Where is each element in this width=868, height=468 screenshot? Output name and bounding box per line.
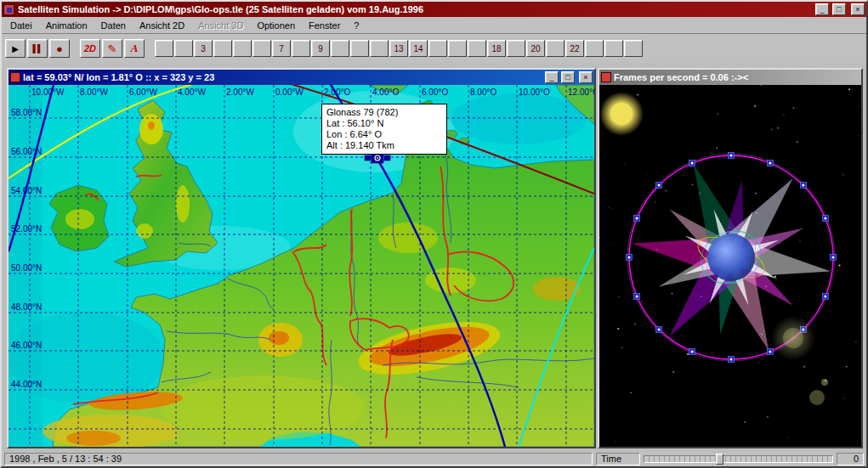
satellite-button-row: 3791314182022 <box>155 40 643 57</box>
simulation-datetime: 1998 , Feb , 5 / 13 : 54 : 39 <box>4 453 593 465</box>
svg-text:8.00°W: 8.00°W <box>80 87 108 97</box>
draw-tool-button[interactable]: ✎ <box>102 39 122 58</box>
satellite-button-3[interactable]: 3 <box>194 40 213 57</box>
satellite-button-7[interactable]: 7 <box>272 40 291 57</box>
satellite-button-12[interactable] <box>370 40 389 57</box>
svg-text:2.00°W: 2.00°W <box>226 87 254 97</box>
view-2d-button[interactable]: 2D <box>80 39 100 58</box>
svg-text:10.00°W: 10.00°W <box>31 87 65 97</box>
view-3d-window-icon <box>601 72 611 82</box>
svg-text:4.00°W: 4.00°W <box>178 87 206 97</box>
satellite-button-13[interactable]: 13 <box>389 40 408 57</box>
window-title: Satelliten Simulation -> D:\DIPLOM\gps\G… <box>18 4 812 14</box>
satellite-button-6[interactable] <box>252 40 271 57</box>
satellite-button-9[interactable]: 9 <box>311 40 330 57</box>
map-window-title: lat = 59.03° N/ lon = 1.81° O :: x = 323… <box>23 72 542 82</box>
view-3d-window-title: Frames per second = 0.06 :->< <box>614 72 859 82</box>
satellite-button-2[interactable] <box>174 40 193 57</box>
map-window-titlebar: lat = 59.03° N/ lon = 1.81° O :: x = 323… <box>9 70 594 85</box>
play-button[interactable]: ▶ <box>5 39 26 58</box>
menu-fenster[interactable]: Fenster <box>302 18 347 33</box>
mdi-client-area: lat = 59.03° N/ lon = 1.81° O :: x = 323… <box>2 63 866 452</box>
pause-button[interactable]: ▌▌ <box>27 39 48 58</box>
satellite-button-14[interactable]: 14 <box>409 40 428 57</box>
menu-animation[interactable]: Animation <box>39 18 94 33</box>
tooltip-latitude: Lat : 56.10° N <box>326 118 442 129</box>
svg-text:58.00°N: 58.00°N <box>11 108 42 117</box>
map-maximize-button[interactable]: □ <box>561 71 575 83</box>
menu-daten[interactable]: Daten <box>94 18 133 33</box>
close-button[interactable]: × <box>851 3 865 15</box>
satellite-button-24[interactable] <box>604 40 623 57</box>
satellite-button-1[interactable] <box>155 40 173 57</box>
satellite-button-16[interactable] <box>448 40 467 57</box>
tooltip-altitude: Alt : 19.140 Tkm <box>326 140 442 151</box>
menu-ansicht-3d: Ansicht 3D <box>191 18 250 33</box>
status-bar: 1998 , Feb , 5 / 13 : 54 : 39 Time 0 <box>2 452 866 466</box>
menu-?[interactable]: ? <box>347 18 366 33</box>
menu-bar: DateiAnimationDatenAnsicht 2DAnsicht 3DO… <box>2 17 866 34</box>
map-2d-view[interactable]: 10.00°W8.00°W6.00°W4.00°W2.00°W0.00°W2.0… <box>9 85 594 447</box>
map-2d-window: lat = 59.03° N/ lon = 1.81° O :: x = 323… <box>7 68 596 448</box>
satellite-button-18[interactable]: 18 <box>487 40 506 57</box>
svg-text:48.00°N: 48.00°N <box>11 302 42 312</box>
orbit-3d-view[interactable] <box>599 85 861 447</box>
view-3d-titlebar: Frames per second = 0.06 :->< <box>599 70 861 85</box>
satellite-button-10[interactable] <box>331 40 349 57</box>
titlebar: Satelliten Simulation -> D:\DIPLOM\gps\G… <box>2 2 866 17</box>
maximize-button[interactable]: □ <box>832 3 846 15</box>
time-slider-label: Time <box>596 453 640 465</box>
menu-datei[interactable]: Datei <box>3 18 39 33</box>
svg-text:12.00°O: 12.00°O <box>568 87 594 97</box>
toolbar: ▶ ▌▌ ● 2D ✎ A 3791314182022 <box>2 34 866 63</box>
satellite-button-19[interactable] <box>507 40 525 57</box>
svg-text:6.00°O: 6.00°O <box>422 87 448 97</box>
time-slider[interactable] <box>644 453 833 465</box>
satellite-button-5[interactable] <box>233 40 252 57</box>
satellite-button-25[interactable] <box>624 40 643 57</box>
map-minimize-button[interactable]: _ <box>545 71 559 83</box>
time-value: 0 <box>837 453 864 465</box>
satellite-button-8[interactable] <box>292 40 310 57</box>
menu-ansicht-2d[interactable]: Ansicht 2D <box>133 18 191 33</box>
satellite-tooltip: Glonass 79 (782) Lat : 56.10° N Lon : 6.… <box>321 104 447 155</box>
satellite-button-20[interactable]: 20 <box>526 40 545 57</box>
minimize-button[interactable]: _ <box>815 3 829 15</box>
satellite-button-4[interactable] <box>213 40 232 57</box>
tooltip-satellite-name: Glonass 79 (782) <box>326 107 442 118</box>
svg-text:10.00°O: 10.00°O <box>519 87 550 97</box>
satellite-button-15[interactable] <box>428 40 447 57</box>
record-button[interactable]: ● <box>49 39 70 58</box>
view-3d-window: Frames per second = 0.06 :->< <box>598 68 863 448</box>
svg-text:50.00°N: 50.00°N <box>11 263 42 273</box>
satellite-button-23[interactable] <box>585 40 604 57</box>
svg-text:4.00°O: 4.00°O <box>372 87 399 97</box>
sun <box>599 92 644 136</box>
satellite-button-21[interactable] <box>546 40 564 57</box>
svg-text:6.00°W: 6.00°W <box>129 87 157 97</box>
satellite-button-17[interactable] <box>468 40 486 57</box>
svg-text:44.00°N: 44.00°N <box>11 380 42 389</box>
app-icon <box>3 4 14 15</box>
svg-text:0.00°W: 0.00°W <box>275 87 304 97</box>
main-window: Satelliten Simulation -> D:\DIPLOM\gps\G… <box>0 0 868 468</box>
menu-optionen[interactable]: Optionen <box>250 18 302 33</box>
time-slider-track[interactable] <box>644 455 833 463</box>
svg-text:8.00°O: 8.00°O <box>470 87 496 97</box>
font-tool-button[interactable]: A <box>124 39 145 58</box>
map-window-icon <box>10 72 20 82</box>
satellite-button-22[interactable]: 22 <box>565 40 584 57</box>
map-close-button[interactable]: × <box>579 71 593 83</box>
satellite-button-11[interactable] <box>350 40 369 57</box>
tooltip-longitude: Lon : 6.64° O <box>326 129 442 140</box>
time-slider-thumb[interactable] <box>716 454 723 465</box>
svg-text:46.00°N: 46.00°N <box>11 341 42 350</box>
